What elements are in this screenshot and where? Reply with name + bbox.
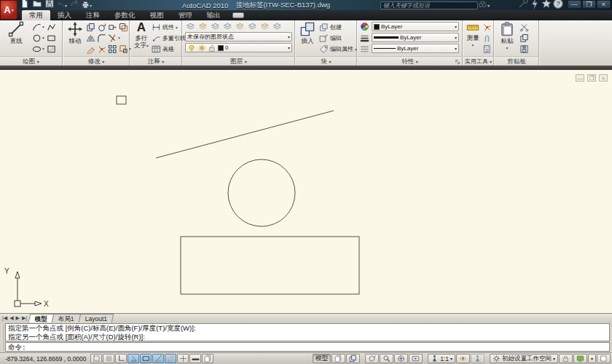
last-tab-button[interactable]: ▶| — [22, 315, 27, 321]
annotation-visibility-button[interactable] — [456, 354, 470, 363]
layer-tool-button-7[interactable] — [260, 21, 270, 31]
hatch-button[interactable] — [47, 44, 56, 53]
toggle-osnap[interactable] — [140, 354, 152, 363]
lineweight-dropdown[interactable]: ByLayer▾ — [372, 33, 459, 42]
save-button[interactable] — [44, 1, 55, 9]
hardware-acceleration-button[interactable] — [573, 354, 587, 363]
ellipse-button[interactable]: ▾ — [32, 44, 44, 53]
annotation-autoscale-button[interactable] — [471, 354, 484, 363]
annotation-scale-button[interactable]: 1:1▾ — [428, 354, 455, 363]
steering-wheel-button[interactable] — [394, 354, 408, 363]
panel-modify-label[interactable]: 修改 ▾ — [63, 56, 129, 66]
paste-button[interactable]: 粘贴 ▾ — [498, 21, 517, 52]
doc-restore-button[interactable]: ❐ — [587, 74, 596, 82]
coordinate-readout[interactable]: -879.3264, 126.8669 , 0.0000 — [1, 355, 90, 363]
qat-options-dropdown[interactable]: ▾ — [90, 3, 92, 8]
toggle-snap[interactable] — [90, 354, 102, 363]
ribbon-tab-注释[interactable]: 注释 — [79, 10, 107, 20]
circle-button[interactable]: ▾ — [32, 33, 44, 42]
layer-tool-button-1[interactable] — [186, 21, 195, 31]
ribbon-tab-插入[interactable]: 插入 — [50, 10, 79, 20]
mirror-button[interactable] — [86, 33, 95, 42]
ribbon-tab-常用[interactable]: 常用 — [22, 10, 50, 20]
toggle-ducs[interactable] — [165, 354, 176, 363]
ribbon-tab-参数化[interactable]: 参数化 — [107, 10, 143, 20]
prev-tab-button[interactable]: ◀ — [9, 315, 13, 321]
color-dropdown[interactable]: ByLayer▾ — [372, 22, 459, 31]
redo-button[interactable] — [69, 1, 79, 9]
explode-button[interactable] — [97, 44, 106, 53]
quick-select-button[interactable] — [482, 33, 492, 42]
minimize-button[interactable]: — — [568, 0, 581, 9]
quick-view-layouts-button[interactable] — [346, 354, 360, 363]
ribbon-minimize-button[interactable] — [232, 12, 244, 18]
new-button[interactable] — [20, 1, 30, 9]
toggle-polar[interactable] — [128, 354, 139, 363]
erase-button[interactable] — [86, 44, 95, 53]
edit-attributes-button[interactable]: 编辑属性▾ — [319, 44, 357, 54]
layer-tool-button-4[interactable] — [223, 21, 232, 31]
pan-button[interactable] — [365, 354, 379, 363]
toggle-grid[interactable] — [103, 354, 114, 363]
search-input[interactable]: 键入关键字或短语 — [380, 1, 478, 9]
doc-minimize-button[interactable]: — — [576, 74, 584, 82]
layer-dropdown[interactable]: 0▾ — [185, 43, 292, 52]
linetype-dropdown[interactable]: ByLayer▾ — [372, 44, 459, 53]
cut-button[interactable] — [519, 22, 529, 31]
rectangle-button[interactable] — [47, 33, 56, 42]
polyline-button[interactable] — [47, 22, 56, 31]
layer-tool-button-6[interactable] — [248, 21, 257, 31]
command-window-grip[interactable] — [1, 324, 4, 351]
copy-button[interactable] — [86, 22, 95, 31]
plot-button[interactable]: ▾ — [82, 1, 92, 9]
measure-button[interactable]: 测量 ▾ — [464, 21, 482, 49]
lineweight-icon[interactable] — [360, 33, 369, 42]
drawing-canvas[interactable]: — ❐ × X Y — [0, 70, 612, 313]
panel-draw-label[interactable]: 绘图 ▾ — [0, 56, 62, 66]
show-motion-button[interactable] — [409, 354, 423, 363]
help-button[interactable]: ? — [552, 1, 564, 9]
toggle-qp[interactable] — [202, 354, 213, 363]
mtext-button[interactable]: A 多行 文字▾ — [132, 21, 151, 50]
trim-button[interactable]: ▾ — [108, 33, 120, 42]
linetype-icon[interactable] — [360, 44, 369, 53]
layer-tool-button-2[interactable] — [198, 21, 208, 31]
undo-dropdown[interactable]: ▾ — [65, 3, 67, 8]
panel-utilities-label[interactable]: 实用工具 ▾ — [463, 56, 493, 66]
undo-button[interactable]: ▾ — [57, 1, 67, 9]
move-button[interactable]: 移动 — [65, 21, 85, 44]
open-button[interactable] — [32, 1, 42, 9]
copy-clip-button[interactable] — [519, 33, 529, 42]
model-space-button[interactable]: 模型 — [313, 354, 331, 363]
panel-annotate-label[interactable]: 注释 ▾ — [130, 56, 181, 66]
layer-tool-button-5[interactable] — [235, 21, 245, 31]
quick-calc-button[interactable] — [482, 44, 492, 53]
id-point-button[interactable] — [482, 22, 492, 31]
layer-tool-button-3[interactable] — [211, 21, 220, 31]
panel-block-label[interactable]: 块 ▾ — [296, 56, 356, 66]
rotate-button[interactable] — [97, 22, 106, 31]
ribbon-tab-输出[interactable]: 输出 — [200, 10, 228, 20]
layout-tab-模型[interactable]: 模型 — [28, 314, 55, 323]
panel-properties-label[interactable]: 特性 ▾ — [358, 56, 462, 66]
offset-button[interactable] — [119, 22, 128, 31]
toggle-ortho[interactable] — [115, 354, 127, 363]
communication-button[interactable] — [529, 1, 541, 9]
zoom-button[interactable] — [380, 354, 393, 363]
panel-layers-label[interactable]: 图层 ▾ — [183, 56, 294, 66]
search-button[interactable]: ▾ — [478, 1, 490, 9]
insert-block-button[interactable]: 插入 — [298, 21, 317, 44]
toolbar-lock-button[interactable] — [559, 354, 573, 363]
fillet-button[interactable] — [97, 33, 106, 42]
toggle-otrack[interactable] — [152, 354, 164, 363]
favorites-button[interactable] — [541, 1, 552, 9]
arc-button[interactable]: ▾ — [32, 22, 44, 31]
command-history[interactable]: 指定第一个角点或 [倒角(C)/标高(E)/圆角(F)/厚度(T)/宽度(W)]… — [5, 323, 610, 341]
application-menu-button[interactable]: A▾ — [0, 0, 17, 20]
layout-tab-Layout1[interactable]: Layout1 — [79, 314, 114, 323]
command-input[interactable]: 命令: — [5, 342, 610, 352]
layer-tool-button-8[interactable] — [272, 21, 282, 31]
clean-screen-button[interactable] — [597, 354, 611, 363]
object-color-icon[interactable] — [360, 22, 369, 31]
restore-button[interactable]: ❐ — [582, 0, 596, 9]
